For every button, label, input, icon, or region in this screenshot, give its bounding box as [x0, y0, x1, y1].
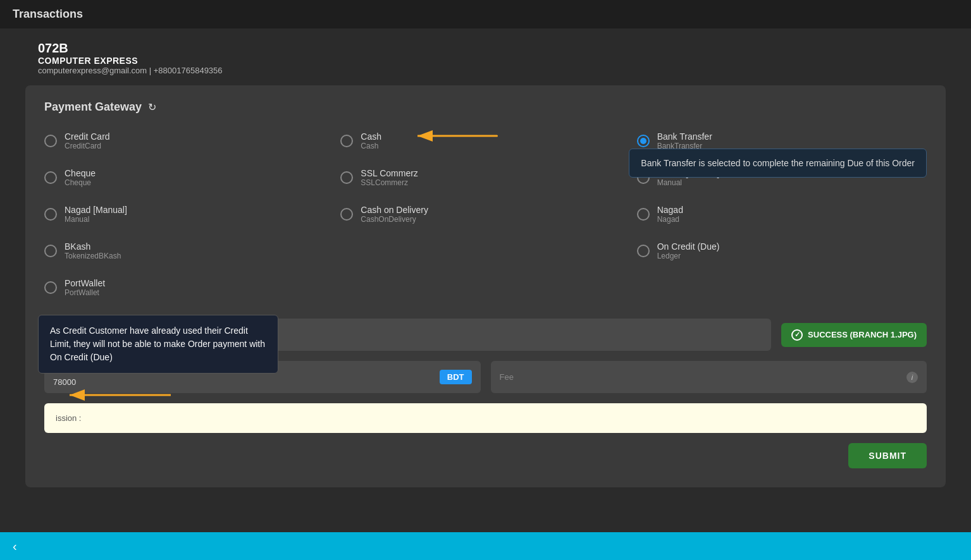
credit-card-label: Credit Card [65, 131, 110, 142]
payment-gateway-title: Payment Gateway [44, 100, 142, 114]
top-bar: Transactions [0, 0, 971, 28]
payment-card: Payment Gateway ↻ Credit Card CreditCard… [25, 85, 946, 487]
success-badge: ✓ SUCCESS (BRANCH 1.JPG) [781, 323, 927, 347]
payment-option-ssl[interactable]: SSL Commerz SSLCommerz [340, 166, 630, 190]
refresh-icon[interactable]: ↻ [148, 101, 156, 113]
success-check-icon: ✓ [791, 329, 803, 341]
bank-transfer-tooltip: Bank Transfer is selected to complete th… [629, 149, 927, 178]
payment-gateway-header: Payment Gateway ↻ [44, 100, 927, 114]
nagad-sub: Nagad [657, 215, 683, 224]
submit-row: SUBMIT [44, 443, 927, 468]
payment-option-bkash[interactable]: BKash TokenizedBKash [44, 239, 334, 263]
nagad-manual-sub: Manual [65, 215, 127, 224]
bkash-manual-sub: Manual [657, 178, 720, 187]
payment-option-on-credit[interactable]: On Credit (Due) Ledger [637, 239, 927, 263]
amount-value: 78000 [53, 377, 77, 387]
radio-on-credit[interactable] [637, 245, 650, 257]
on-credit-sub: Ledger [657, 252, 720, 260]
store-info: 072B COMPUTER EXPRESS computerexpress@gm… [38, 41, 946, 75]
cheque-sub: Cheque [65, 178, 96, 187]
info-icon: i [906, 372, 918, 383]
submit-button[interactable]: SUBMIT [848, 443, 927, 468]
on-credit-label: On Credit (Due) [657, 241, 720, 252]
cod-label: Cash on Delivery [361, 205, 428, 215]
fee-field: Fee i [491, 361, 927, 393]
payment-option-nagad[interactable]: Nagad Nagad [637, 202, 927, 226]
payment-option-credit-card[interactable]: Credit Card CreditCard [44, 129, 334, 153]
notice-text: ission : [56, 413, 81, 423]
bkash-label: BKash [65, 241, 121, 252]
credit-card-sub: CreditCard [65, 142, 110, 150]
radio-nagad[interactable] [637, 208, 650, 221]
portwallet-label: PortWallet [65, 278, 105, 288]
radio-portwallet[interactable] [44, 281, 57, 294]
payment-options-grid: Credit Card CreditCard Cash Cash [44, 129, 927, 300]
back-button[interactable]: ‹ [13, 539, 17, 554]
store-name: COMPUTER EXPRESS [38, 56, 946, 66]
credit-limit-tooltip: As Credit Customer have already used the… [38, 315, 278, 374]
store-id: 072B [38, 41, 946, 56]
payment-option-cheque[interactable]: Cheque Cheque [44, 166, 334, 190]
bottom-bar: ‹ [0, 532, 971, 560]
cod-sub: CashOnDelivery [361, 215, 428, 224]
page-title: Transactions [13, 8, 958, 21]
main-content: 072B COMPUTER EXPRESS computerexpress@gm… [0, 28, 971, 532]
notice-box: ission : [44, 403, 927, 433]
currency-badge: BDT [440, 370, 472, 384]
nagad-label: Nagad [657, 205, 683, 215]
fee-label: Fee [500, 372, 514, 382]
radio-cash[interactable] [340, 135, 353, 147]
ssl-label: SSL Commerz [361, 168, 418, 178]
nagad-manual-label: Nagad [Manual] [65, 205, 127, 215]
payment-option-nagad-manual[interactable]: Nagad [Manual] Manual [44, 202, 334, 226]
ssl-sub: SSLCommerz [361, 178, 418, 187]
radio-bank-transfer[interactable] [637, 135, 650, 147]
store-contact: computerexpress@gmail.com | +88001765849… [38, 66, 946, 75]
payment-option-cash[interactable]: Cash Cash [340, 129, 630, 153]
radio-cheque[interactable] [44, 171, 57, 184]
bank-transfer-label: Bank Transfer [657, 131, 712, 142]
payment-option-cod[interactable]: Cash on Delivery CashOnDelivery [340, 202, 630, 226]
radio-bkash[interactable] [44, 245, 57, 257]
portwallet-sub: PortWallet [65, 288, 105, 297]
radio-cod[interactable] [340, 208, 353, 221]
bkash-sub: TokenizedBKash [65, 252, 121, 260]
radio-ssl[interactable] [340, 171, 353, 184]
radio-credit-card[interactable] [44, 135, 57, 147]
payment-option-portwallet[interactable]: PortWallet PortWallet [44, 276, 334, 300]
cash-sub: Cash [361, 142, 381, 150]
radio-nagad-manual[interactable] [44, 208, 57, 221]
cash-label: Cash [361, 131, 381, 142]
success-badge-label: SUCCESS (BRANCH 1.JPG) [808, 330, 917, 339]
cheque-label: Cheque [65, 168, 96, 178]
